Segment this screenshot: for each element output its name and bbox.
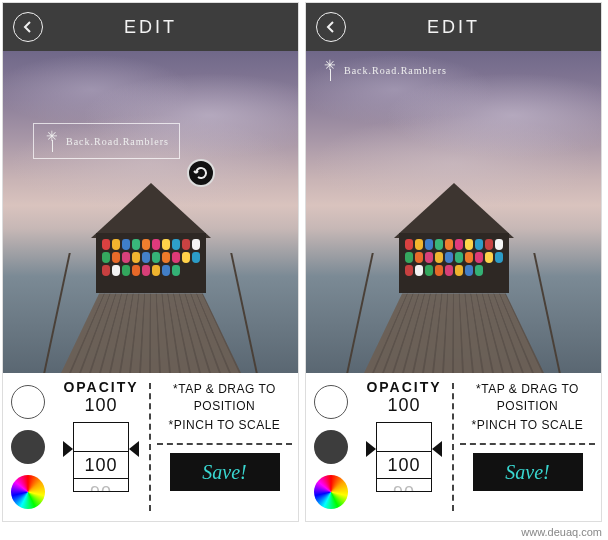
house-wall [96, 233, 206, 293]
house-wall [399, 233, 509, 293]
image-canvas[interactable]: Back.Road.Ramblers [306, 51, 601, 373]
buoy [405, 252, 413, 263]
house-roof [394, 183, 514, 238]
buoy [445, 239, 453, 250]
picker-arrow-right-icon [432, 441, 442, 457]
save-button[interactable]: Save! [473, 453, 583, 491]
back-button[interactable] [13, 12, 43, 42]
controls-panel: OPACITY 100 100 90 *TAP & DRAG TO POSITI… [306, 373, 601, 521]
image-canvas[interactable]: Back.Road.Ramblers [3, 51, 298, 373]
rail-left [43, 253, 71, 373]
watermark-overlay[interactable]: Back.Road.Ramblers [322, 59, 447, 81]
edit-header: EDIT [306, 3, 601, 51]
opacity-label: OPACITY [63, 379, 138, 395]
buoy [455, 265, 463, 276]
pier-house [399, 233, 509, 293]
source-url: www.deuaq.com [521, 526, 602, 538]
picker-arrow-left-icon [63, 441, 73, 457]
buoy [405, 265, 413, 276]
swatch-white[interactable] [314, 385, 348, 419]
picker-next: 90 [74, 479, 128, 492]
buoy [495, 239, 503, 250]
buoy [465, 252, 473, 263]
buoy [425, 265, 433, 276]
buoy [182, 252, 190, 263]
buoy [112, 252, 120, 263]
picker-next: 90 [377, 479, 431, 492]
buoy [132, 265, 140, 276]
save-label: Save! [202, 461, 246, 484]
swatch-color-wheel[interactable] [11, 475, 45, 509]
opacity-picker[interactable]: 100 90 [73, 422, 129, 492]
buoy [465, 265, 473, 276]
buoy [485, 239, 493, 250]
buoy-wall [405, 239, 503, 287]
buoy [102, 239, 110, 250]
buoy [142, 239, 150, 250]
opacity-picker[interactable]: 100 90 [376, 422, 432, 492]
tip-pinch: *PINCH TO SCALE [472, 417, 584, 434]
header-title: EDIT [427, 17, 480, 38]
buoy [435, 252, 443, 263]
buoy [162, 252, 170, 263]
buoy [122, 265, 130, 276]
buoy-wall [102, 239, 200, 287]
buoy [172, 252, 180, 263]
buoy [475, 265, 483, 276]
buoy [122, 252, 130, 263]
buoy [425, 252, 433, 263]
buoy [132, 252, 140, 263]
buoy [455, 252, 463, 263]
color-swatches [3, 373, 53, 521]
watermark-tree-icon [322, 59, 340, 81]
buoy [495, 252, 503, 263]
horizontal-divider [460, 443, 595, 445]
rotate-handle[interactable] [187, 159, 215, 187]
pier-scene [306, 196, 601, 373]
swatch-black[interactable] [11, 430, 45, 464]
picker-arrow-right-icon [129, 441, 139, 457]
buoy [435, 239, 443, 250]
tips-column: *TAP & DRAG TO POSITION *PINCH TO SCALE … [151, 373, 298, 521]
swatch-color-wheel[interactable] [314, 475, 348, 509]
back-button[interactable] [316, 12, 346, 42]
swatch-black[interactable] [314, 430, 348, 464]
tips-column: *TAP & DRAG TO POSITION *PINCH TO SCALE … [454, 373, 601, 521]
buoy [142, 252, 150, 263]
watermark-overlay[interactable]: Back.Road.Ramblers [33, 123, 180, 159]
tip-drag: *TAP & DRAG TO POSITION [460, 381, 595, 415]
picker-selected: 100 [377, 451, 431, 479]
save-button[interactable]: Save! [170, 453, 280, 491]
opacity-column: OPACITY 100 100 90 [356, 373, 452, 521]
rail-right [230, 253, 258, 373]
buoy [162, 265, 170, 276]
chevron-left-icon [21, 20, 35, 34]
picker-selected: 100 [74, 451, 128, 479]
pier-floor [61, 294, 241, 373]
buoy [112, 265, 120, 276]
buoy [102, 252, 110, 263]
opacity-value: 100 [387, 395, 420, 416]
chevron-left-icon [324, 20, 338, 34]
buoy [435, 265, 443, 276]
buoy [122, 239, 130, 250]
buoy [152, 265, 160, 276]
opacity-label: OPACITY [366, 379, 441, 395]
opacity-column: OPACITY 100 100 90 [53, 373, 149, 521]
horizontal-divider [157, 443, 292, 445]
buoy [485, 252, 493, 263]
picker-blank [74, 423, 128, 451]
buoy [455, 239, 463, 250]
watermark-text: Back.Road.Ramblers [344, 65, 447, 76]
buoy [172, 265, 180, 276]
controls-panel: OPACITY 100 100 90 *TAP & DRAG TO POSITI… [3, 373, 298, 521]
swatch-white[interactable] [11, 385, 45, 419]
picker-arrow-left-icon [366, 441, 376, 457]
buoy [142, 265, 150, 276]
opacity-value: 100 [84, 395, 117, 416]
pier-house [96, 233, 206, 293]
phone-screen-left: EDIT Back.Road.Ramblers [2, 2, 299, 522]
phone-screen-right: EDIT Back.Road.Ramblers [305, 2, 602, 522]
buoy [405, 239, 413, 250]
buoy [112, 239, 120, 250]
